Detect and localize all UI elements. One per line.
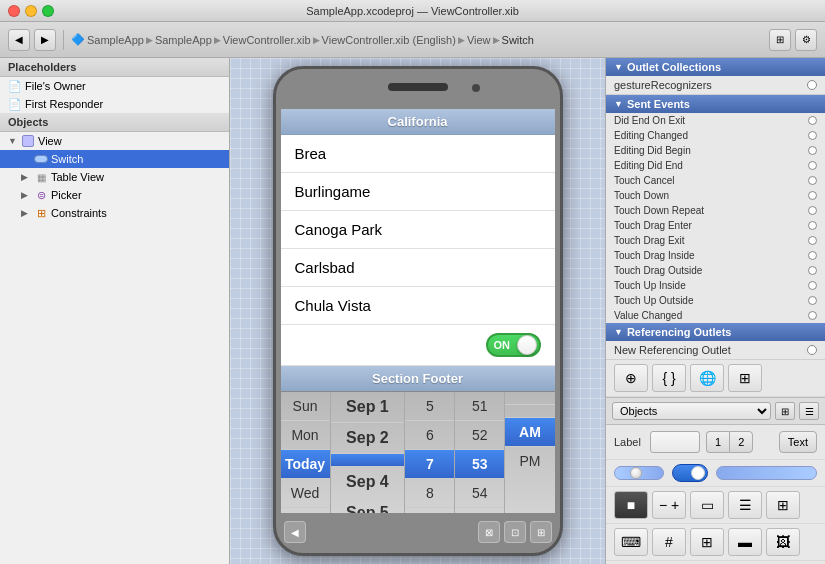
event-circle-6[interactable]	[808, 206, 817, 215]
icon-minus-plus[interactable]: − +	[652, 491, 686, 519]
icon-connect[interactable]: ⊕	[614, 364, 648, 392]
table-row-brea[interactable]: Brea	[281, 135, 555, 173]
forward-button[interactable]: ▶	[34, 29, 56, 51]
icon-dark-1[interactable]: ■	[614, 491, 648, 519]
seg-btn-2[interactable]: 2	[729, 431, 753, 453]
event-touch-drag-exit: Touch Drag Exit	[606, 233, 825, 248]
device-btn-center-1[interactable]: ⊠	[478, 521, 500, 543]
first-responder-item[interactable]: 📄 First Responder	[0, 95, 229, 113]
tree-toggle-constraints[interactable]: ▶	[21, 208, 31, 218]
icon-image[interactable]: 🖼	[766, 528, 800, 556]
icon-stepper[interactable]: ⊞	[690, 528, 724, 556]
device-btn-center-3[interactable]: ⊞	[530, 521, 552, 543]
maximize-button[interactable]	[42, 5, 54, 17]
breadcrumb-link-1[interactable]: SampleApp	[87, 34, 144, 46]
view-toggle-btn[interactable]: ⊞	[769, 29, 791, 51]
picker-cell-sun: Sun	[281, 392, 330, 421]
picker-min-today: 53	[455, 450, 504, 479]
event-circle-0[interactable]	[808, 116, 817, 125]
tree-toggle-picker[interactable]: ▶	[21, 190, 31, 200]
tree-item-switch[interactable]: Switch	[0, 150, 229, 168]
ios-device: California Brea Burlingame Canoga Park C…	[273, 66, 563, 556]
objects-dropdown[interactable]: Objects	[612, 402, 771, 420]
seg-btn-1[interactable]: 1	[706, 431, 729, 453]
objects-bar: Objects ⊞ ☰	[606, 397, 825, 425]
ios-screen: California Brea Burlingame Canoga Park C…	[281, 109, 555, 513]
gesture-outlet-circle[interactable]	[807, 80, 817, 90]
table-row-chula[interactable]: Chula Vista	[281, 287, 555, 325]
table-row-canoga[interactable]: Canoga Park	[281, 211, 555, 249]
breadcrumb-item-5[interactable]: View	[467, 34, 491, 46]
new-outlet-circle[interactable]	[807, 345, 817, 355]
mini-slider-left[interactable]	[614, 466, 664, 480]
icon-progress[interactable]: ▬	[728, 528, 762, 556]
picker-col-ampm: AM PM	[505, 392, 554, 513]
view-grid-btn[interactable]: ⊞	[775, 402, 795, 420]
event-circle-13[interactable]	[808, 311, 817, 320]
breadcrumb-item-3[interactable]: ViewController.xib	[223, 34, 311, 46]
seg-buttons: 1 2	[706, 431, 753, 453]
mini-slider-right[interactable]	[716, 466, 817, 480]
event-editing-did-end: Editing Did End	[606, 158, 825, 173]
settings-btn[interactable]: ⚙	[795, 29, 817, 51]
label-input-box[interactable]	[650, 431, 700, 453]
icon-rect[interactable]: ▭	[690, 491, 724, 519]
event-circle-10[interactable]	[808, 266, 817, 275]
event-circle-5[interactable]	[808, 191, 817, 200]
view-list-btn[interactable]: ☰	[799, 402, 819, 420]
gesture-recognizers-row: gestureRecognizers	[606, 76, 825, 95]
icon-list-icon[interactable]: ☰	[728, 491, 762, 519]
controls-row	[606, 460, 825, 487]
icon-keypad[interactable]: #	[652, 528, 686, 556]
tree-item-view[interactable]: ▼ View	[0, 132, 229, 150]
table-row-burlingame[interactable]: Burlingame	[281, 173, 555, 211]
breadcrumb-item-2[interactable]: SampleApp	[155, 34, 212, 46]
breadcrumb-link-3[interactable]: ViewController.xib	[223, 34, 311, 46]
table-row-carlsbad[interactable]: Carlsbad	[281, 249, 555, 287]
icon-globe[interactable]: 🌐	[690, 364, 724, 392]
tree-item-picker[interactable]: ▶ ⊜ Picker	[0, 186, 229, 204]
breadcrumb-link-2[interactable]: SampleApp	[155, 34, 212, 46]
files-owner-icon: 📄	[8, 79, 22, 93]
event-value-changed: Value Changed	[606, 308, 825, 323]
window-buttons[interactable]	[8, 5, 54, 17]
ref-outlet-icons-row: ⊕ { } 🌐 ⊞	[606, 360, 825, 397]
text-button[interactable]: Text	[779, 431, 817, 453]
event-circle-2[interactable]	[808, 146, 817, 155]
icon-numpad[interactable]: ⌨	[614, 528, 648, 556]
breadcrumb-item-1[interactable]: 🔷 SampleApp	[71, 33, 144, 46]
toolbar-right: ⊞ ⚙	[769, 29, 817, 51]
breadcrumb-item-4[interactable]: ViewController.xib (English)	[322, 34, 456, 46]
device-btn-center-2[interactable]: ⊡	[504, 521, 526, 543]
mini-toggle[interactable]	[672, 464, 708, 482]
tree-toggle-view[interactable]: ▼	[8, 136, 18, 146]
icon-grid-icon[interactable]: ⊞	[766, 491, 800, 519]
table-header: California	[281, 109, 555, 135]
event-circle-9[interactable]	[808, 251, 817, 260]
event-circle-4[interactable]	[808, 176, 817, 185]
event-touch-drag-inside: Touch Drag Inside	[606, 248, 825, 263]
event-circle-8[interactable]	[808, 236, 817, 245]
device-btn-left[interactable]: ◀	[284, 521, 306, 543]
back-button[interactable]: ◀	[8, 29, 30, 51]
event-circle-1[interactable]	[808, 131, 817, 140]
event-circle-3[interactable]	[808, 161, 817, 170]
tree-toggle-tableview[interactable]: ▶	[21, 172, 31, 182]
event-editing-did-begin: Editing Did Begin	[606, 143, 825, 158]
event-circle-7[interactable]	[808, 221, 817, 230]
tree-item-tableview[interactable]: ▶ ▦ Table View	[0, 168, 229, 186]
placeholders-header: Placeholders	[0, 58, 229, 77]
tree-label-constraints: Constraints	[51, 207, 107, 219]
icon-grid[interactable]: ⊞	[728, 364, 762, 392]
event-circle-11[interactable]	[808, 281, 817, 290]
minimize-button[interactable]	[25, 5, 37, 17]
close-button[interactable]	[8, 5, 20, 17]
breadcrumb-link-5[interactable]: View	[467, 34, 491, 46]
icon-code[interactable]: { }	[652, 364, 686, 392]
ios-switch[interactable]: ON	[486, 333, 541, 357]
breadcrumb-link-4[interactable]: ViewController.xib (English)	[322, 34, 456, 46]
tree-item-constraints[interactable]: ▶ ⊞ Constraints	[0, 204, 229, 222]
event-circle-12[interactable]	[808, 296, 817, 305]
files-owner-item[interactable]: 📄 File's Owner	[0, 77, 229, 95]
picker-date-4: Sep 4	[331, 467, 405, 498]
